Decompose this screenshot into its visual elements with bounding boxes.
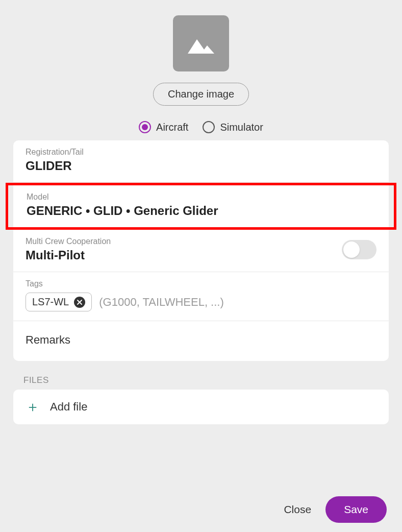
picture-icon (185, 30, 217, 57)
radio-simulator[interactable]: Simulator (203, 121, 263, 133)
tags-field[interactable]: Tags LS7-WL (G1000, TAILWHEEL, ...) (13, 272, 389, 321)
model-field[interactable]: Model GENERIC • GLID • Generic Glider (6, 183, 396, 230)
image-placeholder[interactable] (173, 15, 229, 71)
radio-aircraft[interactable]: Aircraft (139, 121, 188, 133)
mcc-field: Multi Crew Cooperation Multi-Pilot (13, 230, 389, 272)
radio-icon (203, 121, 215, 133)
mcc-label: Multi Crew Cooperation (26, 237, 111, 246)
tags-label: Tags (26, 279, 376, 288)
mcc-toggle[interactable] (342, 240, 376, 259)
plus-icon: ＋ (26, 400, 40, 414)
add-file-label: Add file (50, 400, 87, 414)
radio-aircraft-label: Aircraft (156, 122, 188, 133)
model-value: GENERIC • GLID • Generic Glider (27, 204, 375, 218)
close-icon (77, 299, 83, 305)
save-button[interactable]: Save (325, 496, 387, 523)
registration-value: GLIDER (26, 159, 376, 173)
tag-remove-button[interactable] (74, 297, 85, 308)
add-file-button[interactable]: ＋ Add file (13, 390, 389, 424)
toggle-knob (343, 241, 360, 258)
close-button[interactable]: Close (284, 503, 311, 516)
files-section-header: FILES (23, 375, 389, 385)
change-image-button[interactable]: Change image (153, 83, 249, 106)
remarks-field[interactable]: Remarks (13, 321, 389, 361)
svg-marker-0 (188, 39, 214, 54)
remarks-label: Remarks (26, 333, 376, 347)
details-card: Registration/Tail GLIDER Model GENERIC •… (13, 140, 389, 361)
footer: Close Save (284, 496, 387, 523)
registration-field[interactable]: Registration/Tail GLIDER (13, 140, 389, 183)
tags-placeholder: (G1000, TAILWHEEL, ...) (99, 296, 224, 309)
registration-label: Registration/Tail (26, 148, 376, 157)
radio-icon (139, 121, 151, 133)
tag-chip: LS7-WL (26, 293, 92, 311)
tag-text: LS7-WL (32, 296, 69, 308)
model-label: Model (27, 192, 375, 202)
radio-simulator-label: Simulator (220, 122, 263, 133)
mcc-value: Multi-Pilot (26, 248, 111, 262)
